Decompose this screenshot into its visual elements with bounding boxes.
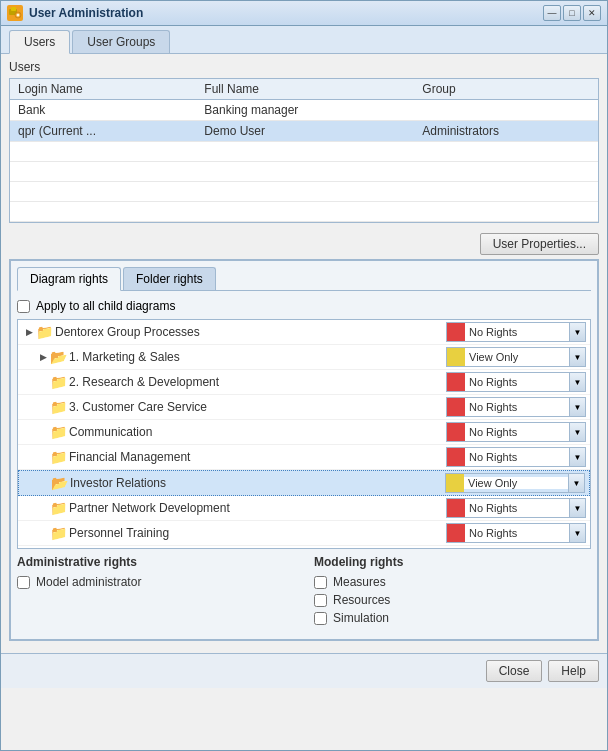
expander-8: ▶ bbox=[36, 501, 50, 515]
table-row[interactable]: qpr (Current ... Demo User Administrator… bbox=[10, 121, 598, 142]
table-row-empty bbox=[10, 142, 598, 162]
tree-container[interactable]: ▶ 📁 Dentorex Group Processes No Rights ▼… bbox=[17, 319, 591, 549]
rights-arrow-6[interactable]: ▼ bbox=[569, 448, 585, 466]
app-icon bbox=[7, 5, 23, 21]
admin-rights-label: Administrative rights bbox=[17, 555, 294, 569]
rights-dropdown-6[interactable]: No Rights ▼ bbox=[446, 447, 586, 467]
main-content: Users Login Name Full Name Group Bank Ba… bbox=[1, 54, 607, 653]
cell-fullname: Banking manager bbox=[196, 100, 414, 121]
folder-icon-7: 📂 bbox=[51, 476, 67, 490]
table-row-empty bbox=[10, 182, 598, 202]
tab-user-groups[interactable]: User Groups bbox=[72, 30, 170, 53]
rights-arrow-2[interactable]: ▼ bbox=[569, 348, 585, 366]
folder-icon-1: 📁 bbox=[36, 325, 52, 339]
cell-group: Administrators bbox=[414, 121, 598, 142]
tree-row-9[interactable]: ▶ 📁 Personnel Training No Rights ▼ bbox=[18, 521, 590, 546]
folder-icon-8: 📁 bbox=[50, 501, 66, 515]
rights-dropdown-8[interactable]: No Rights ▼ bbox=[446, 498, 586, 518]
rights-panel: Diagram rights Folder rights Apply to al… bbox=[9, 259, 599, 641]
apply-row: Apply to all child diagrams bbox=[17, 299, 591, 313]
expander-6: ▶ bbox=[36, 450, 50, 464]
modeling-rights-label: Modeling rights bbox=[314, 555, 591, 569]
tree-row-2[interactable]: ▶ 📂 1. Marketing & Sales View Only ▼ bbox=[18, 345, 590, 370]
title-controls: — □ ✕ bbox=[543, 5, 601, 21]
apply-all-checkbox[interactable] bbox=[17, 300, 30, 313]
tab-folder-rights[interactable]: Folder rights bbox=[123, 267, 216, 290]
svg-rect-1 bbox=[11, 7, 16, 11]
cell-login: qpr (Current ... bbox=[10, 121, 196, 142]
rights-color-1 bbox=[447, 323, 465, 341]
simulation-checkbox[interactable] bbox=[314, 612, 327, 625]
rights-color-7 bbox=[446, 474, 464, 492]
user-props-row: User Properties... bbox=[9, 229, 599, 259]
tree-row-1[interactable]: ▶ 📁 Dentorex Group Processes No Rights ▼ bbox=[18, 320, 590, 345]
folder-icon-9: 📁 bbox=[50, 526, 66, 540]
tree-row-4[interactable]: ▶ 📁 3. Customer Care Service No Rights ▼ bbox=[18, 395, 590, 420]
folder-icon-3: 📁 bbox=[50, 375, 66, 389]
rights-tab-bar: Diagram rights Folder rights bbox=[17, 267, 591, 291]
resources-checkbox[interactable] bbox=[314, 594, 327, 607]
tree-label-1: Dentorex Group Processes bbox=[55, 325, 446, 339]
rights-text-5: No Rights bbox=[465, 426, 569, 438]
tree-row-7[interactable]: ▶ 📂 Investor Relations View Only ▼ bbox=[18, 470, 590, 496]
cell-login: Bank bbox=[10, 100, 196, 121]
rights-dropdown-5[interactable]: No Rights ▼ bbox=[446, 422, 586, 442]
tree-row-3[interactable]: ▶ 📁 2. Research & Development No Rights … bbox=[18, 370, 590, 395]
close-button[interactable]: ✕ bbox=[583, 5, 601, 21]
cell-fullname: Demo User bbox=[196, 121, 414, 142]
user-properties-button[interactable]: User Properties... bbox=[480, 233, 599, 255]
rights-text-3: No Rights bbox=[465, 376, 569, 388]
rights-arrow-4[interactable]: ▼ bbox=[569, 398, 585, 416]
main-tab-bar: Users User Groups bbox=[1, 26, 607, 54]
resources-row: Resources bbox=[314, 593, 591, 607]
rights-text-6: No Rights bbox=[465, 451, 569, 463]
rights-dropdown-1[interactable]: No Rights ▼ bbox=[446, 322, 586, 342]
main-window: User Administration — □ ✕ Users User Gro… bbox=[0, 0, 608, 751]
folder-icon-2: 📂 bbox=[50, 350, 66, 364]
title-bar-left: User Administration bbox=[7, 5, 143, 21]
rights-arrow-7[interactable]: ▼ bbox=[568, 474, 584, 492]
rights-dropdown-2[interactable]: View Only ▼ bbox=[446, 347, 586, 367]
tree-row-6[interactable]: ▶ 📁 Financial Management No Rights ▼ bbox=[18, 445, 590, 470]
tree-label-7: Investor Relations bbox=[70, 476, 445, 490]
footer-bar: Close Help bbox=[1, 653, 607, 688]
rights-text-7: View Only bbox=[464, 477, 568, 489]
resources-label: Resources bbox=[333, 593, 390, 607]
rights-arrow-9[interactable]: ▼ bbox=[569, 524, 585, 542]
col-fullname: Full Name bbox=[196, 79, 414, 100]
tree-row-5[interactable]: ▶ 📁 Communication No Rights ▼ bbox=[18, 420, 590, 445]
col-group: Group bbox=[414, 79, 598, 100]
users-table: Login Name Full Name Group Bank Banking … bbox=[10, 79, 598, 222]
expander-2[interactable]: ▶ bbox=[36, 350, 50, 364]
tree-label-2: 1. Marketing & Sales bbox=[69, 350, 446, 364]
rights-text-2: View Only bbox=[465, 351, 569, 363]
rights-arrow-8[interactable]: ▼ bbox=[569, 499, 585, 517]
table-row[interactable]: Bank Banking manager bbox=[10, 100, 598, 121]
col-login: Login Name bbox=[10, 79, 196, 100]
tab-users[interactable]: Users bbox=[9, 30, 70, 54]
close-button[interactable]: Close bbox=[486, 660, 543, 682]
measures-checkbox[interactable] bbox=[314, 576, 327, 589]
rights-arrow-3[interactable]: ▼ bbox=[569, 373, 585, 391]
rights-arrow-5[interactable]: ▼ bbox=[569, 423, 585, 441]
rights-dropdown-3[interactable]: No Rights ▼ bbox=[446, 372, 586, 392]
tab-diagram-rights[interactable]: Diagram rights bbox=[17, 267, 121, 291]
tree-row-8[interactable]: ▶ 📁 Partner Network Development No Right… bbox=[18, 496, 590, 521]
expander-1[interactable]: ▶ bbox=[22, 325, 36, 339]
model-admin-checkbox[interactable] bbox=[17, 576, 30, 589]
rights-dropdown-9[interactable]: No Rights ▼ bbox=[446, 523, 586, 543]
rights-dropdown-7[interactable]: View Only ▼ bbox=[445, 473, 585, 493]
rights-dropdown-4[interactable]: No Rights ▼ bbox=[446, 397, 586, 417]
model-admin-row: Model administrator bbox=[17, 575, 294, 589]
maximize-button[interactable]: □ bbox=[563, 5, 581, 21]
rights-arrow-1[interactable]: ▼ bbox=[569, 323, 585, 341]
tree-label-9: Personnel Training bbox=[69, 526, 446, 540]
rights-color-3 bbox=[447, 373, 465, 391]
rights-color-2 bbox=[447, 348, 465, 366]
rights-color-9 bbox=[447, 524, 465, 542]
rights-text-1: No Rights bbox=[465, 326, 569, 338]
minimize-button[interactable]: — bbox=[543, 5, 561, 21]
table-row-empty bbox=[10, 162, 598, 182]
help-button[interactable]: Help bbox=[548, 660, 599, 682]
rights-color-4 bbox=[447, 398, 465, 416]
